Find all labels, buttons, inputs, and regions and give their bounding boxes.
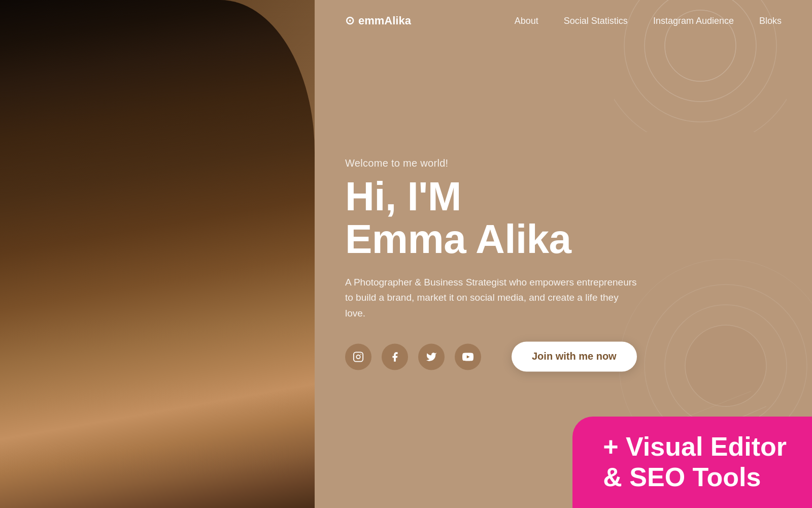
- facebook-btn[interactable]: [382, 343, 408, 370]
- youtube-btn[interactable]: [455, 343, 481, 370]
- instagram-logo-icon: ⊙: [345, 14, 354, 27]
- join-button[interactable]: Join with me now: [512, 342, 637, 372]
- svg-point-5: [685, 325, 766, 406]
- instagram-btn[interactable]: [345, 343, 371, 370]
- nav-instagram[interactable]: Instagram Audience: [653, 16, 734, 26]
- editor-badge: + Visual Editor & SEO Tools: [572, 417, 812, 508]
- nav-about[interactable]: About: [515, 16, 538, 26]
- hero-description: A Photographer & Business Strategist who…: [345, 275, 639, 321]
- hero-title-line2: Emma Alika: [345, 216, 571, 262]
- navigation: ⊙ emmAlika About Social Statistics Insta…: [0, 0, 812, 42]
- hero-title: Hi, I'M Emma Alika: [345, 175, 639, 261]
- svg-rect-12: [354, 352, 363, 361]
- nav-links: About Social Statistics Instagram Audien…: [515, 16, 782, 26]
- nav-bloks[interactable]: Bloks: [759, 16, 782, 26]
- welcome-text: Welcome to me world!: [345, 157, 639, 169]
- person-photo: [0, 0, 315, 508]
- badge-line2: & SEO Tools: [603, 462, 761, 492]
- photo-area: [0, 0, 315, 508]
- svg-point-13: [356, 355, 360, 358]
- svg-point-14: [360, 354, 361, 355]
- badge-text: + Visual Editor & SEO Tools: [603, 432, 787, 493]
- nav-social-stats[interactable]: Social Statistics: [564, 16, 628, 26]
- main-content: Welcome to me world! Hi, I'M Emma Alika …: [345, 157, 639, 371]
- twitter-btn[interactable]: [418, 343, 445, 370]
- hero-title-line1: Hi, I'M: [345, 174, 461, 219]
- badge-line1: + Visual Editor: [603, 432, 787, 461]
- nav-logo: ⊙ emmAlika: [345, 14, 411, 27]
- logo-text: emmAlika: [358, 14, 411, 27]
- hero-section: ⊙ emmAlika About Social Statistics Insta…: [0, 0, 812, 508]
- social-row: Join with me now: [345, 342, 639, 372]
